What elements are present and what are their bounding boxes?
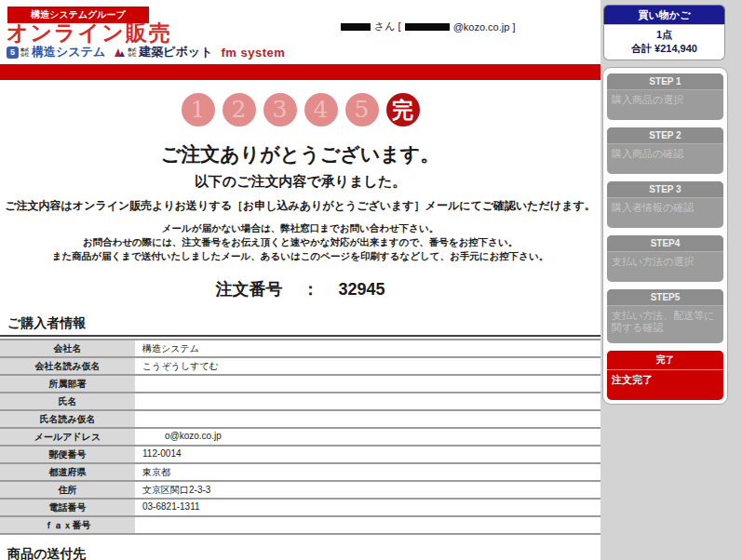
user-email-visible: @kozo.co.jp ] [453,21,516,33]
table-row-label: メールアドレス [0,429,135,445]
order-accepted-subtitle: 以下のご注文内容で承りました。 [0,173,600,190]
step-description: 注文完了 [607,370,723,400]
step-description: 支払い方法の選択 [607,252,723,282]
table-row-label: 会社名読み仮名 [0,358,135,374]
step-title: STEP 2 [607,127,723,144]
red-divider-bar [0,64,600,80]
main-column: 構造システムグループ オンライン販売 5 株式会社 構造システム 株式会社 建築… [0,0,600,560]
progress-complete-circle: 完 [386,93,420,127]
pivot-logo-label: 建築ピボット [139,44,212,60]
table-row-value: こうぞうしすてむ [135,358,600,374]
step-description: 支払い方法、配送等に関する確認 [607,306,723,343]
table-row-label: 郵便番号 [0,447,135,462]
contact-note-line: メールが届かない場合は、弊社窓口までお問い合わせ下さい。 [0,221,600,235]
buyer-section-title: ご購入者情報 [0,313,600,337]
fm-system-logo[interactable]: fm system [221,46,285,60]
table-row-value: o@kozo.co.jp [135,429,600,445]
table-row: 会社名読み仮名 こうぞうしすてむ [0,356,600,374]
table-row: 氏名 [0,392,600,409]
step-title: 完了 [607,351,723,370]
table-row: ｆａｘ番号 [0,515,600,533]
table-row-label: 氏名読み仮名 [0,411,135,427]
logged-in-user-line: さん [ @kozo.co.jp ] [341,20,515,33]
contact-notes: メールが届かない場合は、弊社窓口までお問い合わせ下さい。 お問合わせの際には、注… [0,221,600,263]
table-row-value [135,393,600,409]
cart-item-count: 1点 [604,28,724,42]
pivot-logo-icon [114,47,126,59]
step-description: 購入商品の確認 [607,144,723,174]
cart-box: 買い物かご 1点 合計 ¥214,940 [603,5,725,60]
cart-total: 合計 ¥214,940 [604,42,724,56]
table-row: 都道府県 東京都 [0,462,600,480]
table-row-value [135,376,600,392]
cart-summary: 1点 合計 ¥214,940 [603,24,725,60]
progress-step-circle: 3 [263,93,297,127]
table-row-value: 東京都 [135,464,600,480]
steps-panel: STEP 1 購入商品の選択 STEP 2 購入商品の確認 STEP 3 購入者… [602,67,728,405]
step-box: STEP5 支払い方法、配送等に関する確認 [607,289,723,343]
logo-row: 5 株式会社 構造システム 株式会社 建築ピボット fm system [7,44,290,60]
table-row-value [135,517,600,533]
table-row-value: 112-0014 [135,447,600,462]
table-row-label: 所属部署 [0,376,135,392]
progress-step-circle: 5 [345,93,379,127]
kozo-company-prefix: 株式会社 [20,47,30,57]
progress-step-circle: 1 [182,93,215,127]
table-row-value: 文京区関口2-3-3 [135,482,600,498]
pivot-company-prefix: 株式会社 [128,47,137,57]
buyer-info-table: 会社名 構造システム 会社名読み仮名 こうぞうしすてむ 所属部署 氏名 氏名読み… [0,339,600,535]
step-box: STEP 3 購入者情報の確認 [607,181,723,228]
order-number-separator: ： [302,280,318,299]
kozo-system-logo[interactable]: 5 株式会社 構造システム [7,44,105,60]
redacted-user-name [341,23,371,31]
table-row-label: 会社名 [0,340,135,356]
step-box: STEP4 支払い方法の選択 [607,235,723,282]
table-row: 住所 文京区関口2-3-3 [0,480,600,498]
step-description: 購入商品の選択 [607,90,723,120]
step-box: 完了 注文完了 [607,351,723,400]
progress-step-circle: 2 [223,93,256,127]
order-number-label: 注文番号 [215,280,282,299]
table-row: 所属部署 [0,374,600,392]
table-row-label: 住所 [0,482,135,498]
step-title: STEP 1 [607,73,723,90]
table-row: 郵便番号 112-0014 [0,445,600,462]
progress-steps: 1 2 3 4 5 完 [0,93,600,127]
step-box: STEP 2 購入商品の確認 [607,127,723,174]
table-row: 電話番号 03-6821-1311 [0,498,600,515]
cart-title: 買い物かご [603,5,725,24]
fm-system-logo-label: fm system [221,46,285,60]
step-title: STEP4 [607,235,723,252]
step-title: STEP 3 [607,181,723,198]
step-box: STEP 1 購入商品の選択 [607,73,723,120]
order-number-line: 注文番号 ： 32945 [0,278,600,300]
table-row-label: 電話番号 [0,500,135,515]
table-row: メールアドレス o@kozo.co.jp [0,427,600,445]
confirmation-mail-note: ご注文内容はオンライン販売よりお送りする［お申し込みありがとうございます］メール… [0,199,600,212]
user-honorific: さん [ [374,20,401,33]
table-row: 会社名 構造システム [0,339,600,356]
sidebar: 買い物かご 1点 合計 ¥214,940 STEP 1 購入商品の選択 STEP… [600,0,742,560]
table-row-value: 構造システム [135,340,600,356]
kozo-logo-label: 構造システム [32,44,105,60]
kozo-logo-icon: 5 [7,47,19,59]
step-title: STEP5 [607,289,723,306]
step-description: 購入者情報の確認 [607,198,723,228]
contact-note-line: また商品が届くまで送付いたしましたメール、あるいはこのページを印刷するなどして、… [0,249,600,263]
table-row-label: 氏名 [0,393,135,409]
table-row-value: 03-6821-1311 [135,500,600,515]
thanks-title: ご注文ありがとうございます。 [0,142,600,167]
shipping-section-title: 商品の送付先 [0,544,600,560]
page-header: 構造システムグループ オンライン販売 5 株式会社 構造システム 株式会社 建築… [0,0,600,80]
table-row: 氏名読み仮名 [0,409,600,427]
table-row-value [135,411,600,427]
table-row-label: ｆａｘ番号 [0,517,135,533]
progress-step-circle: 4 [304,93,338,127]
contact-note-line: お問合わせの際には、注文番号をお伝え頂くと速やかな対応が出来ますので、番号をお控… [0,235,600,249]
order-number-value: 32945 [338,280,384,299]
kenchiku-pivot-logo[interactable]: 株式会社 建築ピボット [114,44,212,60]
redacted-email-prefix [405,23,450,31]
table-row-label: 都道府県 [0,464,135,480]
